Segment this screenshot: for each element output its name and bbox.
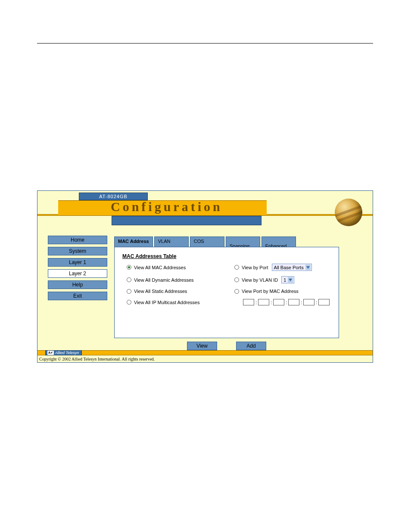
mac-octet-input[interactable] — [243, 299, 254, 305]
radio-view-all-multicast[interactable]: View All IP Multicast Addresses — [127, 299, 234, 305]
app-window: AT-8024GB Configuration Home System Laye… — [37, 190, 373, 363]
sidebar-item-help[interactable]: Help — [48, 280, 107, 289]
sidebar-item-label: Home — [71, 237, 84, 243]
device-model-text: AT-8024GB — [99, 194, 128, 199]
radio-label: View All IP Multicast Addresses — [134, 300, 199, 305]
footer-bar — [37, 350, 373, 355]
radio-view-by-vlan[interactable]: View by VLAN ID 1 — [234, 276, 342, 283]
radio-icon — [234, 277, 239, 282]
radio-icon — [234, 289, 239, 294]
radio-label: View All Static Addresses — [134, 289, 187, 294]
sidebar-item-layer1[interactable]: Layer 1 — [48, 258, 107, 267]
button-label: Add — [246, 343, 255, 349]
mac-colon: : — [271, 300, 272, 305]
radio-view-port-by-mac[interactable]: View Port by MAC Address — [234, 289, 342, 294]
view-button[interactable]: View — [187, 342, 217, 350]
page-title: Configuration — [111, 199, 223, 214]
radio-label: View by VLAN ID — [242, 277, 278, 283]
sidebar-item-exit[interactable]: Exit — [48, 292, 107, 300]
mac-panel: MAC Addresses Table View All MAC Address… — [114, 247, 339, 338]
sidebar-item-label: Layer 1 — [69, 259, 86, 265]
radio-icon — [127, 277, 131, 282]
port-select[interactable]: All Base Ports — [272, 264, 312, 271]
add-button[interactable]: Add — [236, 342, 266, 350]
radio-icon — [127, 300, 131, 305]
sidebar-item-label: Layer 2 — [69, 271, 86, 277]
tab-label: MAC Address — [118, 239, 149, 244]
sidebar-item-layer2[interactable]: Layer 2 — [48, 269, 107, 278]
mac-octet-input[interactable] — [318, 299, 330, 305]
radio-view-by-port[interactable]: View by Port All Base Ports — [234, 264, 342, 271]
brand-text: Allied Telesyn — [55, 351, 79, 355]
radio-grid: View All MAC Addresses View by Port All … — [127, 264, 331, 305]
radio-view-all-mac[interactable]: View All MAC Addresses — [127, 264, 234, 271]
sidebar-item-label: System — [69, 248, 86, 254]
mac-octet-input[interactable] — [258, 299, 269, 305]
mac-octet-input[interactable] — [273, 299, 284, 305]
sidebar-item-home[interactable]: Home — [48, 236, 107, 244]
mac-octet-input[interactable] — [288, 299, 299, 305]
mac-colon: : — [301, 300, 302, 305]
svg-marker-1 — [289, 279, 292, 281]
brand-logo-icon: A✔ — [47, 351, 54, 355]
brand-chip: A✔ Allied Telesyn — [45, 350, 82, 355]
vlan-select[interactable]: 1 — [281, 276, 294, 283]
panel-title: MAC Addresses Table — [122, 253, 331, 259]
vlan-select-value: 1 — [283, 277, 286, 283]
svg-marker-0 — [306, 266, 310, 269]
mac-octet-input[interactable] — [303, 299, 314, 305]
page-divider — [37, 43, 373, 44]
chevron-down-icon — [305, 264, 311, 270]
header-sub-bar — [112, 216, 262, 225]
action-row: View Add — [114, 342, 339, 350]
button-label: View — [196, 343, 208, 349]
port-select-value: All Base Ports — [274, 265, 304, 270]
globe-icon — [335, 199, 362, 226]
radio-label: View All Dynamic Addresses — [134, 277, 194, 283]
radio-icon — [234, 265, 239, 270]
radio-icon — [127, 289, 131, 294]
radio-label: View by Port — [242, 265, 268, 270]
copyright-text: Copyright © 2002 Allied Telesyn Internat… — [39, 357, 155, 361]
radio-label: View All MAC Addresses — [134, 265, 186, 270]
mac-colon: : — [255, 300, 257, 305]
sidebar-item-label: Help — [72, 282, 83, 288]
sidebar-item-label: Exit — [73, 293, 82, 299]
chevron-down-icon — [288, 277, 293, 283]
sidebar: Home System Layer 1 Layer 2 Help Exit — [48, 236, 107, 303]
radio-view-all-static[interactable]: View All Static Addresses — [127, 289, 234, 294]
radio-view-all-dynamic[interactable]: View All Dynamic Addresses — [127, 276, 234, 283]
mac-colon: : — [316, 300, 317, 305]
radio-label: View Port by MAC Address — [242, 289, 299, 294]
mac-colon: : — [286, 300, 287, 305]
tab-label: VLAN — [158, 239, 171, 244]
mac-address-input-group: : : : : : — [234, 299, 342, 305]
sidebar-item-system[interactable]: System — [48, 247, 107, 255]
radio-icon — [127, 265, 131, 270]
tab-label: COS — [194, 239, 204, 244]
